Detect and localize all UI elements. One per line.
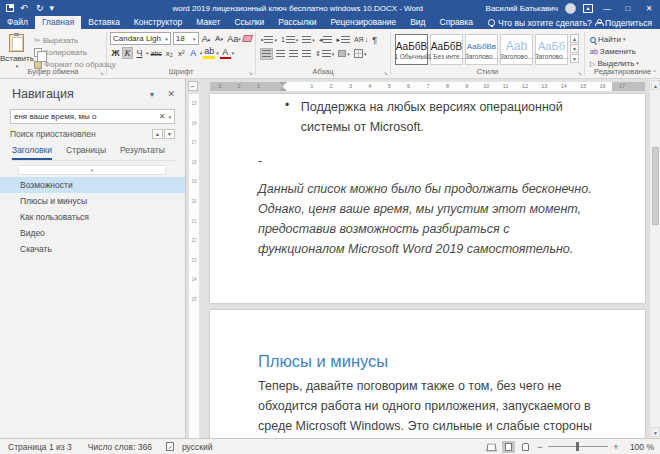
qat-customize-icon[interactable]: ▾ <box>50 3 55 13</box>
tab-layout[interactable]: Макет <box>189 16 227 29</box>
shrink-font-button[interactable]: А▾ <box>214 33 225 45</box>
search-input[interactable] <box>14 112 159 121</box>
horizontal-ruler[interactable]: 321 1234567891011121314151617 <box>210 82 645 91</box>
word-count[interactable]: Число слов: 366 <box>80 442 160 452</box>
nav-tab-headings[interactable]: Заголовки <box>12 145 52 160</box>
undo-icon[interactable]: ↶▾ <box>20 3 30 13</box>
borders-button[interactable]: ▾ <box>353 48 368 60</box>
document-page-2[interactable]: Плюсы и минусы Теперь, давайте поговорим… <box>210 310 645 438</box>
style-heading3[interactable]: АаБбВвЗаголово... <box>465 34 498 65</box>
nav-heading-placeholder[interactable]: х <box>18 165 166 175</box>
minimize-button[interactable]: — <box>600 4 614 13</box>
find-button[interactable]: Найти▾ <box>590 34 660 45</box>
style-normal[interactable]: АаБбВ1 Обычный <box>395 34 428 65</box>
clipboard-dialog-launcher-icon[interactable]: ↘ <box>99 69 104 76</box>
sort-button[interactable]: АЯ↓ <box>353 34 369 46</box>
font-color-button[interactable]: А <box>220 47 231 59</box>
zoom-slider[interactable] <box>548 446 608 447</box>
styles-dialog-launcher-icon[interactable]: ↘ <box>577 69 582 76</box>
style-heading2[interactable]: АаБбЗаголово... <box>535 34 568 65</box>
previous-result-icon[interactable]: ▲ <box>152 129 163 139</box>
bold-button[interactable]: Ж <box>110 47 121 59</box>
increase-indent-button[interactable]: ▸ <box>335 34 351 46</box>
read-mode-icon[interactable] <box>485 441 498 453</box>
close-button[interactable]: ✕ <box>642 4 656 13</box>
nav-item-skachat[interactable]: Скачать <box>0 241 185 257</box>
navigation-search-box[interactable]: ✕ ▾ <box>10 109 175 124</box>
tab-view[interactable]: Вид <box>403 16 432 29</box>
dash-paragraph[interactable]: - <box>210 138 645 172</box>
ribbon-display-options-icon[interactable]: ▴ <box>583 4 593 13</box>
navigation-close-icon[interactable]: ✕ <box>167 89 175 99</box>
collapse-ribbon-icon[interactable]: ⌃ <box>652 69 657 76</box>
scroll-down-icon[interactable]: ▼ <box>651 427 660 437</box>
font-color-caret[interactable]: ▾ <box>232 50 235 56</box>
copy-button[interactable]: Копировать <box>34 47 116 58</box>
italic-paragraph[interactable]: Данный список можно было бы продолжать б… <box>210 171 628 259</box>
bullets-button[interactable]: •▾ <box>260 34 278 46</box>
show-marks-button[interactable]: ¶ <box>371 34 378 46</box>
strikethrough-button[interactable]: abc <box>150 47 163 59</box>
paragraph-dialog-launcher-icon[interactable]: ↘ <box>383 69 388 76</box>
tab-selector-icon[interactable]: ⌐ <box>188 81 198 91</box>
proofing-icon[interactable] <box>166 442 174 451</box>
clear-search-icon[interactable]: ✕ <box>159 112 166 121</box>
highlight-caret[interactable]: ▾ <box>216 50 219 56</box>
page-indicator[interactable]: Страница 1 из 3 <box>0 442 80 452</box>
superscript-button[interactable]: x² <box>176 47 187 59</box>
line-spacing-button[interactable]: ⇕▾ <box>314 48 335 60</box>
tab-home[interactable]: Главная <box>35 16 81 29</box>
zoom-percentage[interactable]: 100 % <box>624 442 654 452</box>
nav-tab-results[interactable]: Результаты <box>120 145 165 160</box>
search-options-caret[interactable]: ▾ <box>168 114 171 120</box>
document-page-1[interactable]: • Поддержка на любых версиях операционно… <box>210 94 645 303</box>
vertical-ruler[interactable]: 1516171819202122232425 <box>189 94 199 438</box>
style-heading1[interactable]: АabЗаголово... <box>500 34 533 65</box>
decrease-indent-button[interactable]: ◂ <box>318 34 334 46</box>
vertical-scrollbar[interactable]: ▲ ▼ <box>649 79 660 438</box>
scroll-up-icon[interactable]: ▲ <box>651 80 660 90</box>
nav-item-video[interactable]: Видео <box>0 225 185 241</box>
highlight-color-button[interactable]: ab <box>203 47 215 59</box>
align-right-button[interactable] <box>288 48 299 60</box>
multilevel-list-button[interactable]: ▾ <box>301 34 316 46</box>
scrollbar-thumb[interactable] <box>652 147 659 225</box>
nav-item-vozmozhnosti[interactable]: Возможности <box>0 177 185 193</box>
nav-item-plyusy[interactable]: Плюсы и минусы <box>0 193 185 209</box>
tab-mailings[interactable]: Рассылки <box>271 16 323 29</box>
tab-insert[interactable]: Вставка <box>81 16 127 29</box>
font-dialog-launcher-icon[interactable]: ↘ <box>248 69 253 76</box>
shading-button[interactable]: ▾ <box>337 48 351 60</box>
underline-button[interactable]: Ч <box>134 47 145 59</box>
user-name[interactable]: Василий Батькавич <box>486 4 558 13</box>
style-no-spacing[interactable]: АаБбВ1 Без инте... <box>430 34 463 65</box>
language-indicator[interactable]: русский <box>174 442 221 452</box>
page2-paragraph[interactable]: Теперь, давайте поговорим также о том, б… <box>210 371 630 438</box>
navigation-options-caret[interactable]: ▼ <box>149 91 156 98</box>
underline-caret[interactable]: ▾ <box>146 50 149 56</box>
tab-review[interactable]: Рецензирование <box>323 16 403 29</box>
print-layout-icon[interactable] <box>502 441 515 453</box>
tab-design[interactable]: Конструктор <box>127 16 189 29</box>
numbering-button[interactable]: 1▾ <box>280 34 299 46</box>
styles-scroll-up-icon[interactable]: ▲ <box>570 34 579 43</box>
change-case-button[interactable]: Аа▾ <box>227 33 242 45</box>
tab-references[interactable]: Ссылки <box>227 16 271 29</box>
redo-icon[interactable]: ↻ <box>36 3 44 13</box>
text-effects-button[interactable]: А <box>188 47 199 59</box>
share-button[interactable]: Поделиться <box>595 16 660 29</box>
nav-item-kak-polzovatsya[interactable]: Как пользоваться <box>0 209 185 225</box>
align-center-button[interactable] <box>275 48 286 60</box>
hanging-indent-marker[interactable] <box>279 87 287 91</box>
first-line-indent-marker[interactable] <box>279 82 287 86</box>
zoom-in-button[interactable]: + <box>612 442 620 452</box>
font-name-combo[interactable]: Candara Ligh▾ <box>110 32 171 45</box>
bullet-item-text[interactable]: Поддержка на любых версиях операционной … <box>301 98 615 138</box>
maximize-button[interactable]: □ <box>621 4 635 13</box>
clear-formatting-icon[interactable] <box>242 35 252 42</box>
nav-tab-pages[interactable]: Страницы <box>66 145 106 160</box>
justify-button[interactable] <box>301 48 312 60</box>
heading-plyusy-i-minusy[interactable]: Плюсы и минусы <box>210 310 645 371</box>
save-icon[interactable] <box>6 4 14 12</box>
styles-scroll-down-icon[interactable]: ▼ <box>570 44 579 53</box>
